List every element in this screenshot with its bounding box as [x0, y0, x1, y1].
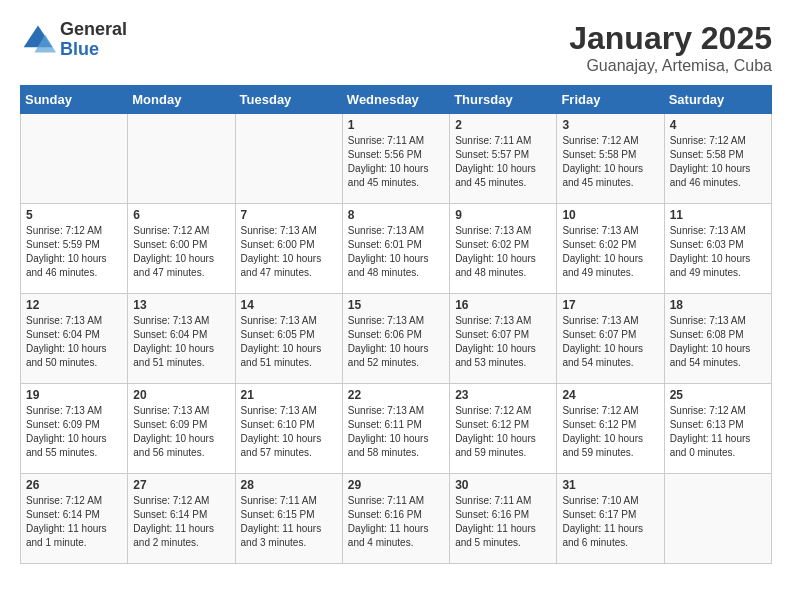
calendar-cell: 1Sunrise: 7:11 AM Sunset: 5:56 PM Daylig…: [342, 114, 449, 204]
cell-info: Sunrise: 7:13 AM Sunset: 6:01 PM Dayligh…: [348, 224, 444, 280]
cell-info: Sunrise: 7:11 AM Sunset: 5:56 PM Dayligh…: [348, 134, 444, 190]
title-block: January 2025 Guanajay, Artemisa, Cuba: [569, 20, 772, 75]
day-number: 3: [562, 118, 658, 132]
day-number: 14: [241, 298, 337, 312]
cell-info: Sunrise: 7:13 AM Sunset: 6:02 PM Dayligh…: [455, 224, 551, 280]
day-number: 18: [670, 298, 766, 312]
day-number: 8: [348, 208, 444, 222]
location: Guanajay, Artemisa, Cuba: [569, 57, 772, 75]
cell-info: Sunrise: 7:13 AM Sunset: 6:07 PM Dayligh…: [455, 314, 551, 370]
day-number: 15: [348, 298, 444, 312]
calendar-cell: 13Sunrise: 7:13 AM Sunset: 6:04 PM Dayli…: [128, 294, 235, 384]
calendar-cell: 12Sunrise: 7:13 AM Sunset: 6:04 PM Dayli…: [21, 294, 128, 384]
calendar-week-row: 19Sunrise: 7:13 AM Sunset: 6:09 PM Dayli…: [21, 384, 772, 474]
day-number: 12: [26, 298, 122, 312]
month-title: January 2025: [569, 20, 772, 57]
logo-icon: [20, 22, 56, 58]
day-number: 23: [455, 388, 551, 402]
calendar-cell: 10Sunrise: 7:13 AM Sunset: 6:02 PM Dayli…: [557, 204, 664, 294]
day-number: 29: [348, 478, 444, 492]
day-number: 30: [455, 478, 551, 492]
day-number: 28: [241, 478, 337, 492]
cell-info: Sunrise: 7:13 AM Sunset: 6:11 PM Dayligh…: [348, 404, 444, 460]
calendar-cell: 17Sunrise: 7:13 AM Sunset: 6:07 PM Dayli…: [557, 294, 664, 384]
day-number: 4: [670, 118, 766, 132]
day-number: 24: [562, 388, 658, 402]
calendar-cell: 16Sunrise: 7:13 AM Sunset: 6:07 PM Dayli…: [450, 294, 557, 384]
header-thursday: Thursday: [450, 86, 557, 114]
cell-info: Sunrise: 7:13 AM Sunset: 6:07 PM Dayligh…: [562, 314, 658, 370]
calendar-cell: [128, 114, 235, 204]
day-number: 9: [455, 208, 551, 222]
cell-info: Sunrise: 7:13 AM Sunset: 6:04 PM Dayligh…: [26, 314, 122, 370]
cell-info: Sunrise: 7:13 AM Sunset: 6:04 PM Dayligh…: [133, 314, 229, 370]
cell-info: Sunrise: 7:12 AM Sunset: 5:59 PM Dayligh…: [26, 224, 122, 280]
cell-info: Sunrise: 7:13 AM Sunset: 6:02 PM Dayligh…: [562, 224, 658, 280]
calendar-cell: 4Sunrise: 7:12 AM Sunset: 5:58 PM Daylig…: [664, 114, 771, 204]
calendar-week-row: 12Sunrise: 7:13 AM Sunset: 6:04 PM Dayli…: [21, 294, 772, 384]
calendar-cell: [664, 474, 771, 564]
header-saturday: Saturday: [664, 86, 771, 114]
logo-general: General: [60, 20, 127, 40]
calendar-cell: 31Sunrise: 7:10 AM Sunset: 6:17 PM Dayli…: [557, 474, 664, 564]
calendar-week-row: 5Sunrise: 7:12 AM Sunset: 5:59 PM Daylig…: [21, 204, 772, 294]
logo-blue: Blue: [60, 40, 127, 60]
calendar-cell: 9Sunrise: 7:13 AM Sunset: 6:02 PM Daylig…: [450, 204, 557, 294]
calendar-cell: 25Sunrise: 7:12 AM Sunset: 6:13 PM Dayli…: [664, 384, 771, 474]
day-number: 16: [455, 298, 551, 312]
calendar-cell: 27Sunrise: 7:12 AM Sunset: 6:14 PM Dayli…: [128, 474, 235, 564]
day-number: 10: [562, 208, 658, 222]
cell-info: Sunrise: 7:12 AM Sunset: 6:12 PM Dayligh…: [455, 404, 551, 460]
day-number: 27: [133, 478, 229, 492]
cell-info: Sunrise: 7:11 AM Sunset: 6:16 PM Dayligh…: [455, 494, 551, 550]
cell-info: Sunrise: 7:13 AM Sunset: 6:05 PM Dayligh…: [241, 314, 337, 370]
cell-info: Sunrise: 7:11 AM Sunset: 6:16 PM Dayligh…: [348, 494, 444, 550]
calendar-cell: 3Sunrise: 7:12 AM Sunset: 5:58 PM Daylig…: [557, 114, 664, 204]
calendar-cell: 26Sunrise: 7:12 AM Sunset: 6:14 PM Dayli…: [21, 474, 128, 564]
calendar-cell: 14Sunrise: 7:13 AM Sunset: 6:05 PM Dayli…: [235, 294, 342, 384]
day-number: 26: [26, 478, 122, 492]
day-number: 13: [133, 298, 229, 312]
cell-info: Sunrise: 7:12 AM Sunset: 5:58 PM Dayligh…: [670, 134, 766, 190]
day-number: 31: [562, 478, 658, 492]
day-number: 17: [562, 298, 658, 312]
cell-info: Sunrise: 7:13 AM Sunset: 6:10 PM Dayligh…: [241, 404, 337, 460]
header-friday: Friday: [557, 86, 664, 114]
cell-info: Sunrise: 7:10 AM Sunset: 6:17 PM Dayligh…: [562, 494, 658, 550]
calendar-cell: 23Sunrise: 7:12 AM Sunset: 6:12 PM Dayli…: [450, 384, 557, 474]
day-number: 21: [241, 388, 337, 402]
calendar-week-row: 1Sunrise: 7:11 AM Sunset: 5:56 PM Daylig…: [21, 114, 772, 204]
day-number: 20: [133, 388, 229, 402]
calendar-table: SundayMondayTuesdayWednesdayThursdayFrid…: [20, 85, 772, 564]
calendar-cell: 5Sunrise: 7:12 AM Sunset: 5:59 PM Daylig…: [21, 204, 128, 294]
day-number: 5: [26, 208, 122, 222]
cell-info: Sunrise: 7:13 AM Sunset: 6:08 PM Dayligh…: [670, 314, 766, 370]
header-sunday: Sunday: [21, 86, 128, 114]
calendar-header-row: SundayMondayTuesdayWednesdayThursdayFrid…: [21, 86, 772, 114]
calendar-cell: 24Sunrise: 7:12 AM Sunset: 6:12 PM Dayli…: [557, 384, 664, 474]
cell-info: Sunrise: 7:12 AM Sunset: 6:13 PM Dayligh…: [670, 404, 766, 460]
cell-info: Sunrise: 7:13 AM Sunset: 6:03 PM Dayligh…: [670, 224, 766, 280]
calendar-cell: 2Sunrise: 7:11 AM Sunset: 5:57 PM Daylig…: [450, 114, 557, 204]
calendar-week-row: 26Sunrise: 7:12 AM Sunset: 6:14 PM Dayli…: [21, 474, 772, 564]
day-number: 22: [348, 388, 444, 402]
calendar-cell: 15Sunrise: 7:13 AM Sunset: 6:06 PM Dayli…: [342, 294, 449, 384]
day-number: 1: [348, 118, 444, 132]
logo: General Blue: [20, 20, 127, 60]
cell-info: Sunrise: 7:13 AM Sunset: 6:09 PM Dayligh…: [26, 404, 122, 460]
calendar-cell: [21, 114, 128, 204]
calendar-cell: 28Sunrise: 7:11 AM Sunset: 6:15 PM Dayli…: [235, 474, 342, 564]
day-number: 25: [670, 388, 766, 402]
page-header: General Blue January 2025 Guanajay, Arte…: [20, 20, 772, 75]
calendar-cell: 11Sunrise: 7:13 AM Sunset: 6:03 PM Dayli…: [664, 204, 771, 294]
calendar-cell: 22Sunrise: 7:13 AM Sunset: 6:11 PM Dayli…: [342, 384, 449, 474]
calendar-cell: 30Sunrise: 7:11 AM Sunset: 6:16 PM Dayli…: [450, 474, 557, 564]
day-number: 11: [670, 208, 766, 222]
cell-info: Sunrise: 7:11 AM Sunset: 5:57 PM Dayligh…: [455, 134, 551, 190]
day-number: 6: [133, 208, 229, 222]
calendar-cell: 29Sunrise: 7:11 AM Sunset: 6:16 PM Dayli…: [342, 474, 449, 564]
cell-info: Sunrise: 7:11 AM Sunset: 6:15 PM Dayligh…: [241, 494, 337, 550]
cell-info: Sunrise: 7:12 AM Sunset: 6:12 PM Dayligh…: [562, 404, 658, 460]
calendar-cell: 6Sunrise: 7:12 AM Sunset: 6:00 PM Daylig…: [128, 204, 235, 294]
cell-info: Sunrise: 7:12 AM Sunset: 6:00 PM Dayligh…: [133, 224, 229, 280]
